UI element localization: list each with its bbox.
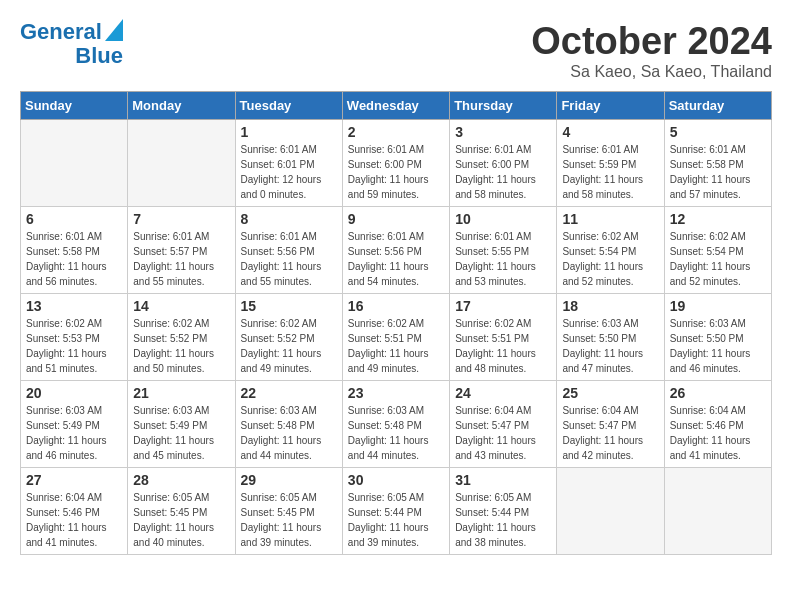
day-number: 2	[348, 124, 444, 140]
calendar-cell: 23Sunrise: 6:03 AM Sunset: 5:48 PM Dayli…	[342, 381, 449, 468]
calendar-cell: 31Sunrise: 6:05 AM Sunset: 5:44 PM Dayli…	[450, 468, 557, 555]
calendar-cell: 6Sunrise: 6:01 AM Sunset: 5:58 PM Daylig…	[21, 207, 128, 294]
day-number: 7	[133, 211, 229, 227]
calendar-cell	[21, 120, 128, 207]
day-number: 17	[455, 298, 551, 314]
calendar-cell: 5Sunrise: 6:01 AM Sunset: 5:58 PM Daylig…	[664, 120, 771, 207]
calendar-cell: 21Sunrise: 6:03 AM Sunset: 5:49 PM Dayli…	[128, 381, 235, 468]
day-info: Sunrise: 6:04 AM Sunset: 5:47 PM Dayligh…	[455, 403, 551, 463]
calendar-cell: 11Sunrise: 6:02 AM Sunset: 5:54 PM Dayli…	[557, 207, 664, 294]
day-info: Sunrise: 6:01 AM Sunset: 5:56 PM Dayligh…	[348, 229, 444, 289]
day-number: 6	[26, 211, 122, 227]
calendar-week-5: 27Sunrise: 6:04 AM Sunset: 5:46 PM Dayli…	[21, 468, 772, 555]
day-number: 16	[348, 298, 444, 314]
calendar-cell: 2Sunrise: 6:01 AM Sunset: 6:00 PM Daylig…	[342, 120, 449, 207]
calendar-week-1: 1Sunrise: 6:01 AM Sunset: 6:01 PM Daylig…	[21, 120, 772, 207]
calendar-cell	[128, 120, 235, 207]
calendar-cell	[664, 468, 771, 555]
day-info: Sunrise: 6:01 AM Sunset: 5:57 PM Dayligh…	[133, 229, 229, 289]
day-number: 20	[26, 385, 122, 401]
day-info: Sunrise: 6:02 AM Sunset: 5:52 PM Dayligh…	[241, 316, 337, 376]
day-number: 4	[562, 124, 658, 140]
calendar-cell: 4Sunrise: 6:01 AM Sunset: 5:59 PM Daylig…	[557, 120, 664, 207]
day-number: 25	[562, 385, 658, 401]
calendar-header-row: SundayMondayTuesdayWednesdayThursdayFrid…	[21, 92, 772, 120]
day-info: Sunrise: 6:01 AM Sunset: 5:58 PM Dayligh…	[670, 142, 766, 202]
logo: General Blue	[20, 20, 123, 68]
calendar-cell: 24Sunrise: 6:04 AM Sunset: 5:47 PM Dayli…	[450, 381, 557, 468]
calendar-cell: 1Sunrise: 6:01 AM Sunset: 6:01 PM Daylig…	[235, 120, 342, 207]
day-number: 24	[455, 385, 551, 401]
day-number: 14	[133, 298, 229, 314]
day-number: 21	[133, 385, 229, 401]
calendar-cell: 27Sunrise: 6:04 AM Sunset: 5:46 PM Dayli…	[21, 468, 128, 555]
col-header-monday: Monday	[128, 92, 235, 120]
col-header-saturday: Saturday	[664, 92, 771, 120]
title-block: October 2024 Sa Kaeo, Sa Kaeo, Thailand	[531, 20, 772, 81]
logo-triangle-icon	[105, 19, 123, 41]
month-title: October 2024	[531, 20, 772, 63]
calendar-cell: 16Sunrise: 6:02 AM Sunset: 5:51 PM Dayli…	[342, 294, 449, 381]
day-number: 28	[133, 472, 229, 488]
calendar-cell: 3Sunrise: 6:01 AM Sunset: 6:00 PM Daylig…	[450, 120, 557, 207]
day-info: Sunrise: 6:04 AM Sunset: 5:47 PM Dayligh…	[562, 403, 658, 463]
calendar-week-2: 6Sunrise: 6:01 AM Sunset: 5:58 PM Daylig…	[21, 207, 772, 294]
calendar-week-3: 13Sunrise: 6:02 AM Sunset: 5:53 PM Dayli…	[21, 294, 772, 381]
day-info: Sunrise: 6:03 AM Sunset: 5:48 PM Dayligh…	[241, 403, 337, 463]
col-header-sunday: Sunday	[21, 92, 128, 120]
day-number: 11	[562, 211, 658, 227]
day-number: 29	[241, 472, 337, 488]
day-info: Sunrise: 6:01 AM Sunset: 5:55 PM Dayligh…	[455, 229, 551, 289]
day-info: Sunrise: 6:01 AM Sunset: 6:00 PM Dayligh…	[455, 142, 551, 202]
day-number: 1	[241, 124, 337, 140]
logo-text-line1: General	[20, 20, 102, 44]
day-info: Sunrise: 6:03 AM Sunset: 5:48 PM Dayligh…	[348, 403, 444, 463]
calendar-cell: 20Sunrise: 6:03 AM Sunset: 5:49 PM Dayli…	[21, 381, 128, 468]
calendar-cell: 7Sunrise: 6:01 AM Sunset: 5:57 PM Daylig…	[128, 207, 235, 294]
day-info: Sunrise: 6:02 AM Sunset: 5:54 PM Dayligh…	[670, 229, 766, 289]
svg-marker-0	[105, 19, 123, 41]
calendar-cell: 14Sunrise: 6:02 AM Sunset: 5:52 PM Dayli…	[128, 294, 235, 381]
day-info: Sunrise: 6:03 AM Sunset: 5:50 PM Dayligh…	[562, 316, 658, 376]
day-info: Sunrise: 6:01 AM Sunset: 5:58 PM Dayligh…	[26, 229, 122, 289]
day-info: Sunrise: 6:03 AM Sunset: 5:49 PM Dayligh…	[26, 403, 122, 463]
calendar-cell	[557, 468, 664, 555]
calendar-cell: 9Sunrise: 6:01 AM Sunset: 5:56 PM Daylig…	[342, 207, 449, 294]
col-header-wednesday: Wednesday	[342, 92, 449, 120]
day-info: Sunrise: 6:02 AM Sunset: 5:54 PM Dayligh…	[562, 229, 658, 289]
day-number: 12	[670, 211, 766, 227]
page-header: General Blue October 2024 Sa Kaeo, Sa Ka…	[20, 20, 772, 81]
calendar-table: SundayMondayTuesdayWednesdayThursdayFrid…	[20, 91, 772, 555]
day-info: Sunrise: 6:02 AM Sunset: 5:51 PM Dayligh…	[455, 316, 551, 376]
calendar-cell: 30Sunrise: 6:05 AM Sunset: 5:44 PM Dayli…	[342, 468, 449, 555]
day-number: 8	[241, 211, 337, 227]
day-info: Sunrise: 6:01 AM Sunset: 5:56 PM Dayligh…	[241, 229, 337, 289]
day-info: Sunrise: 6:03 AM Sunset: 5:49 PM Dayligh…	[133, 403, 229, 463]
calendar-cell: 29Sunrise: 6:05 AM Sunset: 5:45 PM Dayli…	[235, 468, 342, 555]
day-info: Sunrise: 6:02 AM Sunset: 5:51 PM Dayligh…	[348, 316, 444, 376]
day-number: 30	[348, 472, 444, 488]
col-header-thursday: Thursday	[450, 92, 557, 120]
day-number: 9	[348, 211, 444, 227]
calendar-cell: 13Sunrise: 6:02 AM Sunset: 5:53 PM Dayli…	[21, 294, 128, 381]
calendar-cell: 12Sunrise: 6:02 AM Sunset: 5:54 PM Dayli…	[664, 207, 771, 294]
calendar-cell: 10Sunrise: 6:01 AM Sunset: 5:55 PM Dayli…	[450, 207, 557, 294]
day-info: Sunrise: 6:02 AM Sunset: 5:52 PM Dayligh…	[133, 316, 229, 376]
day-info: Sunrise: 6:05 AM Sunset: 5:44 PM Dayligh…	[455, 490, 551, 550]
day-info: Sunrise: 6:05 AM Sunset: 5:45 PM Dayligh…	[241, 490, 337, 550]
calendar-cell: 22Sunrise: 6:03 AM Sunset: 5:48 PM Dayli…	[235, 381, 342, 468]
day-number: 31	[455, 472, 551, 488]
calendar-week-4: 20Sunrise: 6:03 AM Sunset: 5:49 PM Dayli…	[21, 381, 772, 468]
day-info: Sunrise: 6:01 AM Sunset: 6:01 PM Dayligh…	[241, 142, 337, 202]
day-number: 22	[241, 385, 337, 401]
day-info: Sunrise: 6:03 AM Sunset: 5:50 PM Dayligh…	[670, 316, 766, 376]
day-number: 27	[26, 472, 122, 488]
day-info: Sunrise: 6:01 AM Sunset: 5:59 PM Dayligh…	[562, 142, 658, 202]
day-number: 15	[241, 298, 337, 314]
day-info: Sunrise: 6:02 AM Sunset: 5:53 PM Dayligh…	[26, 316, 122, 376]
day-info: Sunrise: 6:04 AM Sunset: 5:46 PM Dayligh…	[26, 490, 122, 550]
col-header-tuesday: Tuesday	[235, 92, 342, 120]
day-info: Sunrise: 6:04 AM Sunset: 5:46 PM Dayligh…	[670, 403, 766, 463]
day-number: 26	[670, 385, 766, 401]
day-number: 10	[455, 211, 551, 227]
